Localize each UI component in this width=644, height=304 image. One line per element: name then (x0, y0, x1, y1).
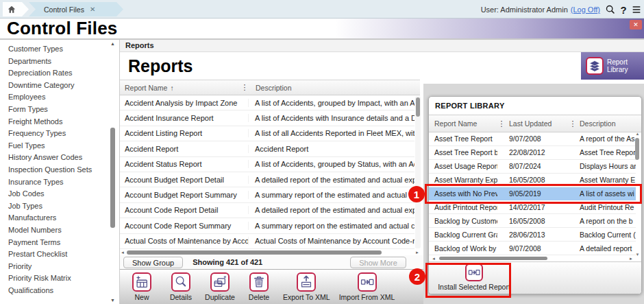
sidebar-item[interactable]: Employees (0, 91, 119, 104)
column-menu-icon[interactable]: ⋮ (569, 119, 577, 128)
details-button[interactable]: Details (166, 272, 196, 301)
sidebar-item[interactable]: Fuel Types (0, 140, 119, 152)
report-description-cell: A list of Accidents with Insurance detai… (248, 114, 414, 122)
menu-icon[interactable] (630, 3, 643, 16)
library-row[interactable]: Asset Tree Report by P... 22/08/2012 Ass… (429, 146, 636, 160)
column-description[interactable]: Description (249, 84, 292, 92)
column-last-updated[interactable]: Last Updated (506, 119, 569, 128)
library-row[interactable]: Assets with No Prevent... 9/05/2019 A li… (429, 187, 636, 201)
show-group-button[interactable]: Show Group (123, 257, 183, 268)
scroll-down-icon[interactable]: ▼ (108, 298, 118, 303)
reports-horizontal-scrollbar[interactable]: ◄ ► (120, 249, 420, 255)
search-icon[interactable] (604, 3, 617, 16)
library-updated-cell: 22/08/2012 (506, 148, 569, 156)
user-info: User: Administrator Admin (Log Off) (481, 0, 600, 19)
report-row[interactable]: Actual Costs of Maintenance by Account C… (120, 234, 414, 249)
report-library-button[interactable]: Report Library (581, 52, 644, 80)
report-row[interactable]: Account Code Report Summary A summary re… (120, 218, 414, 233)
library-description-cell: Audit Printout Re (577, 203, 636, 211)
report-row[interactable]: Account Code Report Detail A detailed re… (120, 203, 414, 218)
new-button[interactable]: New (127, 272, 157, 301)
scroll-right-icon[interactable]: ► (414, 250, 420, 255)
help-icon[interactable]: ? (617, 3, 630, 16)
scroll-up-icon[interactable]: ▲ (108, 41, 118, 46)
sidebar-item[interactable]: Customer Types (0, 43, 119, 56)
column-report-name[interactable]: Report Name↑ (120, 84, 240, 92)
duplicate-button[interactable]: Duplicate (205, 272, 235, 301)
column-menu-icon[interactable]: ⋮ (497, 119, 506, 128)
sidebar-item[interactable]: Manufacturers (0, 212, 119, 224)
report-row[interactable]: Accident Status Report A list of Acciden… (120, 157, 414, 172)
sidebar-item[interactable]: Job Types (0, 200, 119, 213)
column-description[interactable]: Description (577, 119, 641, 128)
sidebar-item[interactable]: Frequency Types (0, 128, 119, 140)
library-vertical-scrollbar[interactable]: ▲ ▼ (635, 133, 640, 255)
scrollbar-thumb[interactable] (110, 128, 115, 228)
scroll-left-icon[interactable]: ◄ (120, 250, 125, 255)
sidebar-item[interactable]: Payment Terms (0, 237, 119, 249)
report-row[interactable]: Account Budget Report Summary A summary … (120, 187, 414, 202)
library-name-cell: Backlog Current Graph (429, 231, 497, 239)
report-row[interactable]: Account Budget Report Detail A detailed … (120, 172, 414, 187)
report-description-cell: A list of Accidents, grouped by Status, … (248, 160, 414, 168)
sidebar-scrollbar[interactable]: ▲ ▼ (108, 41, 118, 303)
sidebar-item[interactable]: Departments (0, 56, 119, 68)
column-menu-icon[interactable]: ⋮ (240, 83, 249, 92)
library-row[interactable]: Audit Printout Report 14/02/2017 Audit P… (429, 200, 636, 214)
scroll-up-icon[interactable]: ▲ (634, 132, 641, 136)
sidebar-item[interactable]: Inspection Question Sets (0, 164, 119, 176)
row-count-text: Showing 421 of 421 (193, 258, 262, 266)
column-report-name[interactable]: Report Name (429, 119, 497, 128)
export-xml-button[interactable]: Export To XML (283, 272, 330, 301)
tab-close-icon[interactable]: ✕ (90, 5, 95, 13)
sidebar-item[interactable]: Insurance Types (0, 176, 119, 189)
sidebar-item[interactable]: Form Types (0, 104, 119, 116)
sidebar-item[interactable]: Priority (0, 261, 119, 273)
sidebar-item[interactable]: Freight Methods (0, 116, 119, 128)
scrollbar-thumb[interactable] (635, 138, 639, 160)
scrollbar-thumb[interactable] (439, 257, 547, 260)
sidebar-item[interactable]: Prestart Checklist (0, 248, 119, 261)
library-row[interactable]: Asset Tree Report 9/07/2008 A report of … (429, 132, 636, 146)
reports-vertical-scrollbar[interactable] (415, 96, 421, 248)
scroll-down-icon[interactable]: ▼ (634, 253, 641, 257)
library-row[interactable]: Asset Warranty Expire ... 16/05/2008 Ass… (429, 174, 636, 187)
sidebar-item[interactable]: Qualifications (0, 285, 119, 297)
new-label: New (134, 293, 149, 301)
scrollbar-thumb[interactable] (416, 97, 420, 117)
sidebar-item[interactable]: Priority Risk Matrix (0, 272, 119, 285)
delete-button[interactable]: Delete (244, 272, 274, 301)
library-row[interactable]: Asset Usage Report 8/07/2024 Displays Ho… (429, 160, 636, 174)
library-row[interactable]: Backlog Current Graph 28/06/2013 Backlog… (429, 228, 636, 242)
report-row[interactable]: Accident Report Accident Report (120, 141, 414, 156)
library-updated-cell: 8/07/2024 (506, 162, 569, 170)
sidebar-item[interactable]: Downtime Category (0, 80, 119, 92)
library-updated-cell: 9/07/2008 (506, 244, 569, 253)
export-xml-icon (297, 272, 316, 292)
library-description-cell: Asset Warranty E (577, 176, 636, 184)
home-tab[interactable] (3, 2, 29, 16)
import-xml-button[interactable]: Import From XML (339, 272, 395, 301)
library-row[interactable]: Backlog of Work by De... 9/07/2008 A det… (429, 242, 636, 255)
sidebar-item[interactable]: Job Codes (0, 188, 119, 200)
close-icon[interactable]: ✕ (630, 20, 642, 30)
show-more-button[interactable]: Show More (350, 257, 406, 268)
scroll-left-icon[interactable]: ◄ (431, 257, 436, 261)
details-label: Details (170, 293, 192, 301)
library-row[interactable]: Backlog by Customer 16/05/2008 A report … (429, 214, 636, 228)
scrollbar-thumb[interactable] (127, 250, 382, 255)
report-row[interactable]: Accident Insurance Report A list of Acci… (120, 110, 414, 126)
report-row[interactable]: Accident Analysis by Impact Zone A list … (120, 95, 414, 110)
sidebar-item[interactable]: Model Numbers (0, 224, 119, 237)
scroll-right-icon[interactable]: ► (628, 257, 634, 261)
sidebar-item[interactable]: History Answer Codes (0, 152, 119, 164)
tab-control-files[interactable]: Control Files ✕ (29, 2, 123, 16)
report-row[interactable]: Accident Listing Report A list of all Ac… (120, 126, 414, 141)
sidebar-item[interactable]: Depreciation Rates (0, 67, 119, 80)
report-name-cell: Accident Insurance Report (120, 114, 248, 122)
library-toolbar: Install Selected Report (429, 261, 641, 294)
library-horizontal-scrollbar[interactable]: ◄ ► (431, 255, 634, 261)
install-selected-report-button[interactable]: Install Selected Report (431, 264, 517, 291)
logoff-link[interactable]: (Log Off) (571, 5, 600, 14)
report-name-cell: Account Code Report Detail (120, 206, 248, 214)
